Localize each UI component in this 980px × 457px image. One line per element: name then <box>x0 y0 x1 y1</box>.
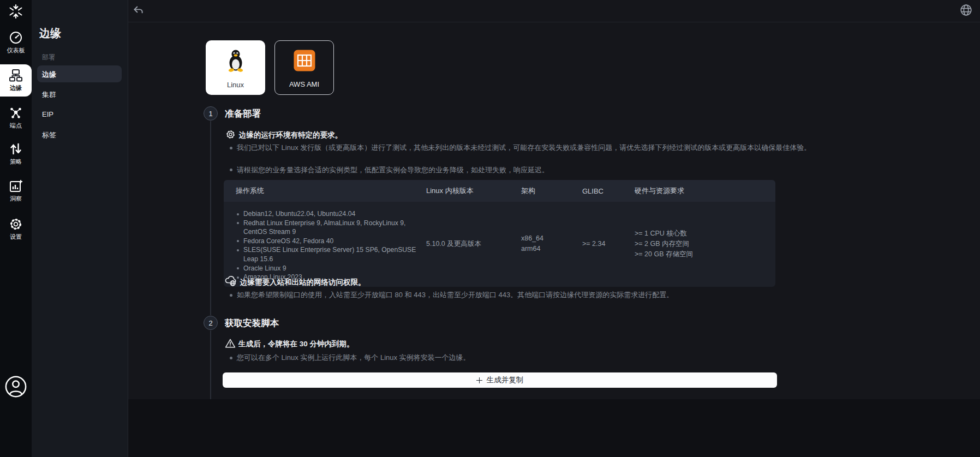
cloud-network-icon <box>224 274 237 289</box>
hw-cpu: >= 1 CPU 核心数 <box>635 229 775 239</box>
os-requirements-table: 操作系统 Linux 内核版本 架构 GLIBC 硬件与资源要求 Debian1… <box>224 180 775 287</box>
instance-type-bullet: 请根据您的业务量选择合适的实例类型，低配置实例会导致您的业务降级，如处理失败，响… <box>237 165 930 176</box>
sidebar-section-deploy: 部署 <box>42 53 55 62</box>
icon-rail: 仪表板 边缘 端点 <box>0 0 32 457</box>
edge-servers-icon <box>0 68 32 83</box>
network-access-note: 边缘需要入站和出站的网络访问权限。 <box>240 278 366 287</box>
stepper-line-2 <box>210 330 211 399</box>
os-item: SLES(SUSE Linux Enterprise Server) 15 SP… <box>236 245 421 263</box>
main-area: Linux AWS AMI 1 准备部署 边缘的运行 <box>128 0 980 457</box>
header-hardware: 硬件与资源要求 <box>635 186 775 196</box>
rail-item-label: 仪表板 <box>0 47 32 53</box>
arch-arm: arm64 <box>521 244 582 254</box>
rail-item-dashboard[interactable]: 仪表板 <box>0 31 32 53</box>
table-header-row: 操作系统 Linux 内核版本 架构 GLIBC 硬件与资源要求 <box>224 180 775 202</box>
back-button[interactable] <box>132 4 146 18</box>
table-body-row: Debian12, Ubuntu22.04, Ubuntu24.04 Redha… <box>224 202 775 287</box>
endpoints-molecule-icon <box>0 106 32 121</box>
language-globe-icon[interactable] <box>959 3 973 17</box>
os-list: Debian12, Ubuntu22.04, Ubuntu24.04 Redha… <box>224 206 426 282</box>
glibc-cell: >= 2.34 <box>582 206 635 282</box>
generate-and-copy-button[interactable]: 生成并复制 <box>223 372 777 388</box>
step-1-badge: 1 <box>204 106 218 121</box>
bullet-dot <box>230 294 232 297</box>
sidebar-item-cluster[interactable]: 集群 <box>42 90 56 100</box>
arch-x86: x86_64 <box>521 233 582 244</box>
sidebar-title: 边缘 <box>39 26 61 41</box>
rail-item-insights[interactable]: 洞察 <box>0 179 32 202</box>
settings-gear-icon <box>0 217 32 232</box>
insights-chart-icon <box>0 179 32 194</box>
dashboard-gauge-icon <box>0 31 32 46</box>
hardware-cell: >= 1 CPU 核心数 >= 2 GB 内存空间 >= 20 GB 存储空间 <box>635 206 775 282</box>
ports-bullet: 如果您希望限制端口的使用，入站需至少开放端口 80 和 443，出站需至少开放端… <box>237 290 935 300</box>
sidebar-item-eip[interactable]: EIP <box>42 110 53 118</box>
token-expiry-warning: 生成后，令牌将在 30 分钟内到期。 <box>238 339 354 349</box>
sidebar-item-edge[interactable]: 边缘 <box>42 70 56 80</box>
stepper-line-1 <box>210 121 211 315</box>
rail-item-settings[interactable]: 设置 <box>0 217 32 240</box>
bullet-dot <box>230 169 232 171</box>
bullet-dot <box>230 147 232 149</box>
header-glibc: GLIBC <box>582 187 635 195</box>
rail-item-endpoints[interactable]: 端点 <box>0 106 32 129</box>
script-usage-bullet: 您可以在多个 Linux 实例上运行此脚本，每个 Linux 实例将安装一个边缘… <box>237 352 935 363</box>
header-os: 操作系统 <box>224 186 426 196</box>
tested-distros-bullet: 我们已对以下 Linux 发行版（或更高版本）进行了测试，其他未列出的版本未经过… <box>237 142 930 153</box>
generate-button-label: 生成并复制 <box>487 375 524 385</box>
step-1-title: 准备部署 <box>225 108 261 120</box>
header-kernel: Linux 内核版本 <box>426 186 521 196</box>
rail-item-policies[interactable]: 策略 <box>0 142 32 165</box>
sidebar-item-tags[interactable]: 标签 <box>42 130 56 140</box>
warning-triangle-icon <box>225 338 236 351</box>
step-2-badge: 2 <box>204 316 218 330</box>
edge-sidebar: 边缘 部署 边缘 集群 EIP 标签 <box>32 0 128 457</box>
step-1-number: 1 <box>208 110 212 118</box>
linux-tux-icon <box>224 40 248 81</box>
platform-card-linux[interactable]: Linux <box>206 40 265 95</box>
os-item: Debian12, Ubuntu22.04, Ubuntu24.04 <box>236 209 421 219</box>
hw-mem: >= 2 GB 内存空间 <box>635 239 775 249</box>
policies-arrows-icon <box>0 142 32 157</box>
rail-item-label: 边缘 <box>0 84 32 92</box>
env-requirement-note: 边缘的运行环境有特定的要求。 <box>239 130 342 140</box>
gear-icon <box>225 129 236 142</box>
glibc-value: >= 2.34 <box>582 239 635 249</box>
os-item: Redhat Linux Enterprise 9, AlmaLinux 9, … <box>236 219 421 237</box>
step-2-title: 获取安装脚本 <box>225 317 279 329</box>
rail-item-edge-selected[interactable]: 边缘 <box>0 64 32 97</box>
user-avatar[interactable] <box>4 375 27 398</box>
kernel-cell: 5.10.0 及更高版本 <box>426 206 521 282</box>
aws-ami-icon <box>294 41 315 80</box>
converge-logo-icon <box>8 12 24 21</box>
topbar <box>128 0 980 22</box>
rail-item-label: 设置 <box>0 233 32 240</box>
platform-card-label: AWS AMI <box>289 80 319 88</box>
platform-cards: Linux AWS AMI <box>206 40 334 95</box>
rail-item-label: 策略 <box>0 158 32 165</box>
bottom-background-strip <box>128 399 980 457</box>
hw-disk: >= 20 GB 存储空间 <box>635 249 775 260</box>
platform-card-label: Linux <box>227 81 244 89</box>
brand-logo <box>0 3 32 22</box>
plus-icon <box>476 377 482 383</box>
rail-item-label: 洞察 <box>0 195 32 202</box>
header-arch: 架构 <box>521 186 582 196</box>
kernel-value: 5.10.0 及更高版本 <box>426 239 521 249</box>
bullet-dot <box>230 357 232 359</box>
platform-card-aws-ami[interactable]: AWS AMI <box>274 40 334 95</box>
os-item: Oracle Linux 9 <box>236 264 421 273</box>
rail-item-label: 端点 <box>0 122 32 129</box>
step-2-number: 2 <box>208 319 212 327</box>
os-item: Fedora CoreOS 42, Fedora 40 <box>236 237 421 246</box>
arch-cell: x86_64 arm64 <box>521 206 582 282</box>
